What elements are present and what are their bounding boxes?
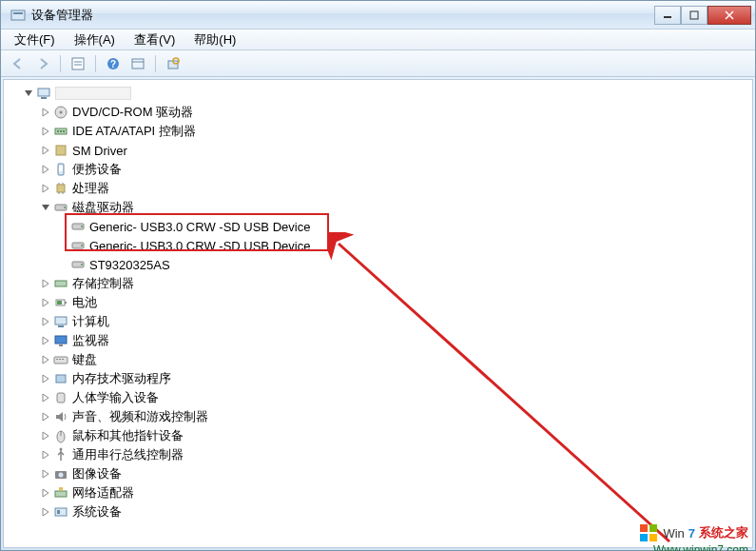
- tree-device[interactable]: Generic- USB3.0 CRW -SD USB Device: [6, 236, 750, 255]
- tree-label: 图像设备: [72, 465, 122, 482]
- expand-icon[interactable]: [40, 297, 51, 308]
- toolbar-separator: [155, 55, 156, 72]
- svg-rect-63: [640, 524, 648, 532]
- svg-rect-41: [65, 302, 67, 304]
- censored-computer-name: [55, 87, 131, 100]
- svg-point-55: [60, 448, 63, 451]
- tree-category[interactable]: 网络适配器: [6, 483, 750, 502]
- tree-category[interactable]: 内存技术驱动程序: [6, 369, 750, 388]
- expand-icon[interactable]: [40, 107, 51, 118]
- expand-icon[interactable]: [40, 430, 51, 442]
- svg-point-18: [60, 111, 63, 114]
- expand-icon[interactable]: [40, 506, 51, 518]
- tree-category[interactable]: 处理器: [6, 179, 750, 198]
- expand-icon[interactable]: [40, 354, 51, 365]
- watermark-7: 7: [688, 526, 695, 541]
- svg-rect-16: [41, 97, 47, 99]
- hid-icon: [53, 390, 68, 405]
- view-button[interactable]: [126, 53, 149, 74]
- collapse-icon[interactable]: [23, 88, 34, 99]
- tree-label: 内存技术驱动程序: [72, 370, 171, 387]
- tree-category[interactable]: IDE ATA/ATAPI 控制器: [6, 122, 750, 141]
- tree-label: 存储控制器: [72, 275, 134, 292]
- system-icon: [53, 504, 68, 520]
- svg-point-38: [81, 264, 83, 266]
- expand-icon[interactable]: [40, 335, 51, 346]
- battery-icon: [53, 295, 68, 310]
- svg-rect-43: [55, 317, 67, 325]
- properties-button[interactable]: [67, 53, 89, 74]
- svg-rect-61: [57, 510, 60, 514]
- svg-text:?: ?: [110, 59, 116, 69]
- expand-icon[interactable]: [40, 449, 51, 461]
- tree-category[interactable]: 便携设备: [6, 160, 750, 179]
- menu-file[interactable]: 文件(F): [5, 30, 65, 49]
- svg-rect-51: [56, 375, 66, 383]
- svg-rect-15: [38, 89, 49, 96]
- expand-icon[interactable]: [40, 373, 51, 384]
- expand-icon[interactable]: [40, 392, 51, 403]
- tree-label: 便携设备: [72, 161, 122, 178]
- close-button[interactable]: [708, 6, 751, 25]
- tree-category[interactable]: 监视器: [6, 331, 750, 350]
- maximize-button[interactable]: [681, 6, 708, 25]
- expand-icon[interactable]: [40, 145, 51, 156]
- tree-category[interactable]: 通用串行总线控制器: [6, 445, 750, 464]
- svg-rect-58: [55, 491, 67, 497]
- svg-rect-0: [11, 10, 25, 20]
- menu-help[interactable]: 帮助(H): [184, 30, 245, 49]
- tree-label: DVD/CD-ROM 驱动器: [72, 104, 193, 121]
- sound-icon: [53, 409, 68, 424]
- tree-category[interactable]: 存储控制器: [6, 274, 750, 293]
- tree-category[interactable]: 计算机: [6, 312, 750, 331]
- expand-icon[interactable]: [40, 183, 51, 194]
- tree-category[interactable]: 电池: [6, 293, 750, 312]
- expand-icon[interactable]: [40, 468, 51, 480]
- svg-rect-22: [63, 130, 65, 132]
- tree-content[interactable]: DVD/CD-ROM 驱动器IDE ATA/ATAPI 控制器SM Driver…: [3, 79, 753, 548]
- window-title: 设备管理器: [31, 7, 654, 24]
- svg-rect-47: [54, 357, 68, 364]
- tree-category[interactable]: 声音、视频和游戏控制器: [6, 407, 750, 426]
- expand-icon[interactable]: [40, 126, 51, 137]
- tree-category[interactable]: 系统设备: [6, 502, 750, 521]
- tree-root[interactable]: [6, 84, 750, 103]
- tree-category[interactable]: 磁盘驱动器: [6, 198, 750, 217]
- keyboard-icon: [53, 352, 68, 367]
- device-tree: DVD/CD-ROM 驱动器IDE ATA/ATAPI 控制器SM Driver…: [6, 84, 750, 521]
- tree-label: Generic- USB3.0 CRW -SD USB Device: [89, 220, 310, 234]
- svg-rect-1: [13, 12, 23, 14]
- windows-logo-icon: [638, 522, 659, 543]
- sm-icon: [53, 143, 68, 158]
- minimize-button[interactable]: [654, 6, 681, 25]
- expand-icon[interactable]: [40, 316, 51, 327]
- expand-icon[interactable]: [40, 487, 51, 499]
- svg-rect-23: [56, 146, 66, 155]
- collapse-icon[interactable]: [40, 202, 51, 213]
- svg-rect-39: [55, 281, 67, 286]
- help-button[interactable]: ?: [102, 53, 125, 74]
- computer-icon: [36, 86, 51, 101]
- tree-category[interactable]: DVD/CD-ROM 驱动器: [6, 103, 750, 122]
- mouse-icon: [53, 428, 68, 443]
- expand-icon[interactable]: [40, 278, 51, 289]
- tree-device[interactable]: ST9320325AS: [6, 255, 750, 274]
- drive-icon: [70, 219, 86, 234]
- tree-category[interactable]: 人体学输入设备: [6, 388, 750, 407]
- tree-category[interactable]: SM Driver: [6, 141, 750, 160]
- tree-category[interactable]: 鼠标和其他指针设备: [6, 426, 750, 445]
- memtech-icon: [53, 371, 68, 386]
- scan-button[interactable]: [162, 53, 184, 74]
- tree-category[interactable]: 图像设备: [6, 464, 750, 483]
- menu-action[interactable]: 操作(A): [65, 30, 125, 49]
- tree-category[interactable]: 键盘: [6, 350, 750, 369]
- expand-icon[interactable]: [40, 164, 51, 175]
- toolbar-separator: [95, 55, 96, 72]
- svg-rect-45: [55, 336, 67, 344]
- svg-rect-25: [59, 166, 63, 171]
- tree-label: 计算机: [72, 313, 109, 330]
- menu-view[interactable]: 查看(V): [125, 30, 184, 49]
- titlebar[interactable]: 设备管理器: [1, 1, 755, 30]
- expand-icon[interactable]: [40, 411, 51, 423]
- tree-device[interactable]: Generic- USB3.0 CRW -SD USB Device: [6, 217, 750, 236]
